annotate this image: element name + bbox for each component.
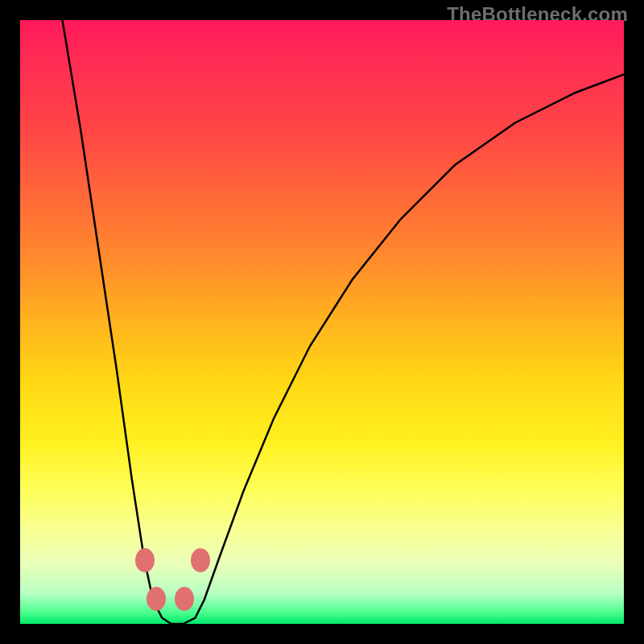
chart-marker [135, 548, 155, 572]
chart-area [20, 20, 624, 624]
chart-marker [191, 548, 210, 572]
chart-marker [175, 587, 194, 611]
chart-marker [147, 587, 166, 611]
chart-curve [20, 20, 624, 624]
